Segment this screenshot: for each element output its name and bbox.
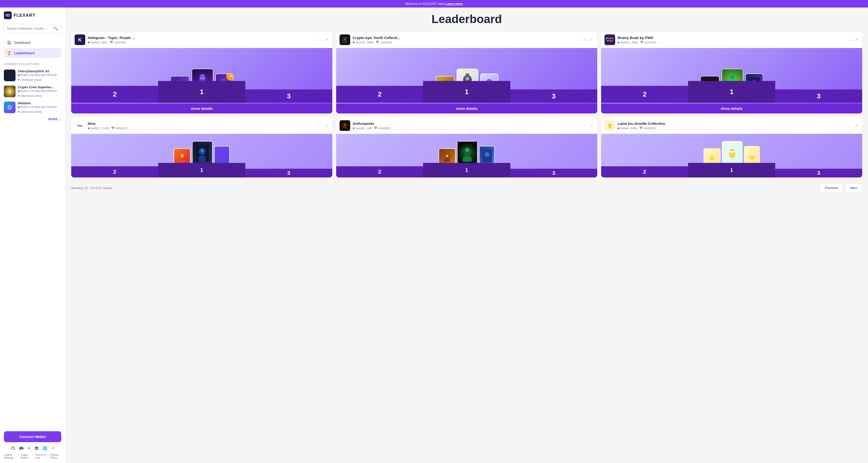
calendar-icon: 📅	[640, 126, 643, 130]
card-logo-nine: Nine	[74, 120, 85, 131]
podium-block-3: 3	[775, 89, 862, 103]
show-details-button-crypto-ape[interactable]: show details	[336, 104, 597, 113]
sidebar-item-leaderboard-label: Leaderboard	[14, 51, 35, 55]
collection-phase: submission phase	[18, 110, 42, 113]
card-header: BRAINY BUDZ Brainy Budz by PWS ◆ 0xbecD.…	[601, 31, 862, 48]
privacy-link[interactable]: Privacy Policy	[50, 453, 61, 459]
podium-stage-hologram: ×2 2 1 3 show details	[71, 48, 332, 113]
card-preview-nine: 2 1 3	[71, 134, 332, 177]
show-details-button-brainy-budz[interactable]: show details	[601, 104, 862, 113]
card-address: ◆ 0xfba9...849E	[618, 126, 637, 130]
card-address: ◆ 0xdc89...1d8f	[352, 126, 372, 130]
search-box[interactable]: 🔍	[4, 24, 61, 33]
podium-block-2: 2	[601, 86, 688, 103]
collection-ends: ◆ Ends in: 04 days and 19:54:03	[18, 106, 61, 109]
connect-wallet-button[interactable]: Connect Wallet	[4, 431, 61, 442]
footer-links: Cookie Settings | Legal Notice | Terms o…	[4, 453, 61, 459]
more-button[interactable]: ···	[316, 36, 321, 44]
eth-icon: ◆	[88, 126, 90, 130]
banner-link[interactable]: Learn more	[445, 2, 463, 6]
card-title: Hologram - Topic: Purple ...	[88, 36, 314, 40]
card-info: Crypto Ape Youth Collecti... ◆ 0xd1FD...…	[352, 36, 579, 44]
card-preview-lama-inu: 2 1 3	[601, 134, 862, 177]
sidebar-item-dashboard-label: Dashboard	[14, 41, 31, 45]
collection-info: ClassySassyGirls S2 ◆ Ends in: 02 days a…	[18, 69, 61, 82]
share-button[interactable]: ↗	[854, 37, 859, 43]
collection-name: ClassySassyGirls S2	[18, 69, 61, 73]
share-button[interactable]: ↗	[589, 123, 594, 128]
collection-info: Crypto Crew Superher... ◆ Ends in: 03 da…	[18, 85, 61, 97]
more-button[interactable]: ···	[846, 36, 851, 44]
banner-text: Welcome to FLEXART beta!	[405, 2, 445, 6]
podium-stage-brainy-budz: 2 1 3 show details	[601, 48, 862, 113]
more-button[interactable]: ···	[581, 122, 587, 129]
sidebar-item-leaderboard[interactable]: 🏆 Leaderboard	[4, 48, 61, 58]
bottom-podium-blocks: 2 1 3	[71, 163, 332, 177]
card-actions: ··· ↗	[581, 36, 594, 44]
svg-point-3	[7, 106, 12, 109]
terms-link[interactable]: Terms of Use	[35, 453, 46, 459]
share-button[interactable]: ↗	[324, 123, 329, 128]
card-date: 📅 9/14/2023	[374, 126, 390, 130]
share-icon[interactable]: ↗	[51, 446, 55, 451]
share-button[interactable]: ↗	[589, 37, 594, 43]
next-button[interactable]: Next	[845, 183, 862, 193]
telegram-icon[interactable]	[34, 446, 39, 451]
svg-point-18	[465, 77, 469, 81]
collection-thumb-classy	[4, 69, 16, 81]
more-button[interactable]: ···	[846, 122, 851, 129]
list-item[interactable]: Netizens ◆ Ends in: 04 days and 19:54:03…	[4, 99, 61, 115]
search-icon: 🔍	[53, 26, 58, 31]
bottom-rank3-art	[479, 146, 495, 165]
card-info: Anthropoids ◆ 0xdc89...1d8f 📅 9/14/2023	[352, 121, 579, 130]
calendar-icon: 📅	[111, 126, 115, 130]
svg-point-49	[730, 148, 734, 153]
card-info: Hologram - Topic: Purple ... ◆ 0x4563...…	[88, 36, 314, 44]
card-meta: ◆ 0xdc89...1d8f 📅 9/14/2023	[352, 126, 579, 130]
card-title: Anthropoids	[352, 121, 579, 125]
svg-point-51	[733, 150, 734, 150]
svg-point-0	[6, 14, 8, 16]
podium-block-1: 1	[423, 81, 510, 103]
legal-notice-link[interactable]: Legal Notice	[21, 453, 31, 459]
main-content: Leaderboard K Hologram - Topic: Purple .…	[65, 7, 868, 463]
pagination-info: Showing 13 - 24 of 27 results	[71, 186, 112, 190]
svg-point-42	[609, 124, 610, 125]
collection-thumb-netizens	[4, 102, 16, 113]
svg-point-53	[750, 152, 754, 156]
svg-point-35	[445, 154, 448, 157]
show-details-button-hologram[interactable]: show details	[71, 104, 332, 113]
share-button[interactable]: ↗	[324, 37, 329, 43]
search-input[interactable]	[7, 27, 51, 30]
card-logo-lama-inu	[604, 120, 615, 131]
discord-icon[interactable]	[19, 446, 24, 451]
more-button[interactable]: ···	[581, 36, 587, 44]
card-meta: ◆ 0xd1FD...6dB8 📅 11/6/2023	[352, 41, 579, 44]
podium-block-1: 1	[158, 81, 245, 103]
cookie-settings-link[interactable]: Cookie Settings	[4, 453, 16, 459]
card-logo-anthropoids	[340, 120, 350, 131]
collection-ends: ◆ Ends in: 02 days and 19:54:03	[18, 74, 61, 77]
lb-card-crypto-ape: Crypto Ape Youth Collecti... ◆ 0xd1FD...…	[336, 31, 597, 113]
github-icon[interactable]	[11, 446, 15, 451]
list-item[interactable]: $ Crypto Crew Superher... ◆ Ends in: 03 …	[4, 83, 61, 99]
sidebar-item-dashboard[interactable]: 🏠 Dashboard	[4, 38, 61, 47]
list-item[interactable]: ClassySassyGirls S2 ◆ Ends in: 02 days a…	[4, 67, 61, 83]
previous-button[interactable]: Previous	[820, 183, 843, 193]
more-link[interactable]: MORE ...	[4, 117, 61, 121]
collection-name: Netizens	[18, 101, 61, 105]
podium-blocks: 2 1 3	[336, 81, 597, 103]
web-icon[interactable]: 🌐	[42, 446, 48, 451]
more-button[interactable]: ···	[316, 122, 321, 129]
svg-rect-19	[465, 74, 469, 76]
card-title: Nine	[88, 121, 314, 125]
calendar-icon: 📅	[110, 41, 113, 44]
collection-ends: ◆ Ends in: 03 days and 19:54:03	[18, 89, 61, 93]
share-button[interactable]: ↗	[854, 123, 859, 128]
card-logo-crypto-ape	[340, 34, 350, 45]
podium-block-3: 3	[510, 89, 597, 103]
card-actions: ··· ↗	[316, 122, 329, 129]
svg-point-24	[731, 75, 734, 79]
logo-text: FLEXART	[13, 13, 35, 18]
twitter-icon[interactable]: ✕	[27, 446, 31, 451]
